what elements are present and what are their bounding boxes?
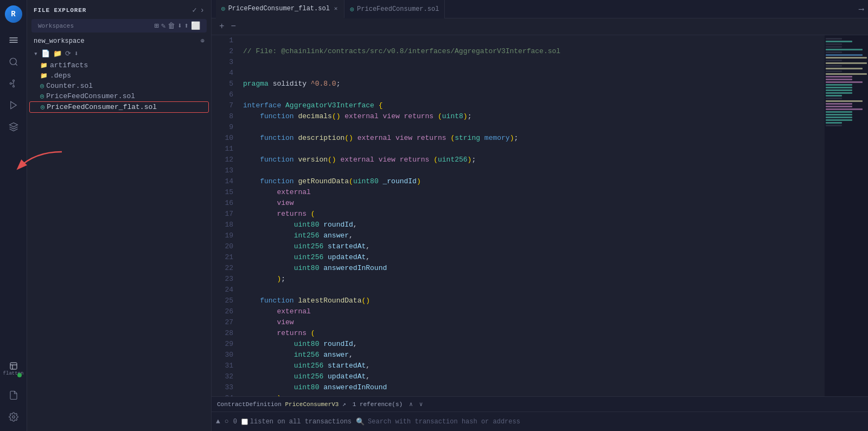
minimap-line: [826, 43, 842, 45]
ln-3: 3: [212, 57, 239, 68]
bottom-count: 0: [233, 418, 237, 426]
status-bar: ContractDefinition PriceConsumerV3 ↗ 1 r…: [212, 396, 868, 411]
ln-26: 26: [212, 306, 239, 317]
listen-checkbox[interactable]: listen on all transactions: [241, 418, 352, 426]
code-line-1: [239, 35, 825, 46]
sidebar-title: FILE EXPLORER: [34, 7, 86, 14]
svg-point-6: [12, 416, 15, 419]
workspace-row: Workspaces ⊞ ✎ 🗑 ⬇ ⬆ ⬜: [31, 19, 207, 33]
search-bar: 🔍: [356, 417, 864, 426]
folder-deps-label: .deps: [50, 72, 71, 80]
workspace-add-icon[interactable]: ⊞: [154, 21, 158, 30]
activity-search-icon[interactable]: [4, 52, 23, 72]
code-line-7: interface AggregatorV3Interface {: [239, 100, 825, 111]
status-nav-down[interactable]: ∨: [419, 401, 423, 408]
workspace-clone-icon[interactable]: ⬜: [191, 21, 200, 30]
code-line-9: [239, 122, 825, 133]
tree-collapse-icon[interactable]: ▾: [34, 49, 38, 58]
ln-22: 22: [212, 263, 239, 274]
minimap-line: [826, 122, 842, 124]
workspace-edit-icon[interactable]: ✎: [161, 21, 165, 30]
tab-flat-label: PriceFeedConsumer_flat.sol: [228, 5, 330, 12]
svg-rect-5: [10, 363, 17, 369]
code-line-3: [239, 57, 825, 68]
ln-32: 32: [212, 371, 239, 382]
minimap-line: [826, 52, 842, 53]
file-pricefeed-flat[interactable]: ◎ PriceFeedConsumer_flat.sol: [29, 101, 209, 113]
svg-point-1: [12, 80, 14, 81]
file-pricefeed-flat-label: PriceFeedConsumer_flat.sol: [47, 103, 157, 111]
minimap-line: [826, 108, 863, 110]
minimap-line: [826, 57, 867, 59]
minimap-line: [826, 125, 842, 126]
line-numbers: 1 2 3 4 5 6 7 8 9 10 11 12 13 14 15 16 1…: [212, 35, 239, 396]
file-explorer-sidebar: FILE EXPLORER ✓ › Workspaces ⊞ ✎ 🗑 ⬇ ⬆ ⬜…: [27, 0, 212, 431]
activity-deploy-icon[interactable]: [4, 117, 23, 137]
zoom-out-icon[interactable]: −: [230, 21, 238, 33]
folder-artifacts-label: artifacts: [50, 61, 88, 69]
ln-16: 16: [212, 198, 239, 209]
activity-compile-icon[interactable]: [4, 95, 23, 115]
minimap-line: [826, 95, 842, 97]
ln-19: 19: [212, 230, 239, 241]
minimap-line: [826, 81, 863, 83]
minimap-line: [826, 70, 842, 72]
code-line-5: pragma solidity ^0.8.0;: [239, 79, 825, 89]
minimap-line: [826, 89, 852, 91]
workspace-expand-icon[interactable]: ⊕: [201, 37, 205, 45]
logo-icon[interactable]: R: [4, 4, 23, 24]
activity-plugin-icon[interactable]: [4, 385, 23, 405]
code-line-4: [239, 68, 825, 79]
code-line-8: function decimals() external view return…: [239, 111, 825, 122]
file-pricefeed[interactable]: ◎ PriceFeedConsumer.sol: [29, 91, 209, 101]
minimap-line: [826, 117, 852, 118]
code-line-24: [239, 285, 825, 295]
tree-download-icon[interactable]: ⬇: [74, 49, 79, 58]
folder-artifacts[interactable]: 📁 artifacts: [29, 60, 209, 70]
code-content[interactable]: // File: @chainlink/contracts/src/v0.8/i…: [239, 35, 825, 396]
bottom-circle-icon[interactable]: ○: [225, 417, 229, 426]
sidebar-check-icon[interactable]: ✓: [192, 5, 196, 15]
folder-deps[interactable]: 📁 .deps: [29, 70, 209, 81]
ln-14: 14: [212, 176, 239, 187]
workspace-upload-icon[interactable]: ⬆: [184, 21, 189, 30]
minimap-line: [826, 103, 852, 105]
ln-8: 8: [212, 111, 239, 122]
minimap-line: [826, 49, 863, 50]
tab-pricefeed[interactable]: ◎ PriceFeedConsumer.sol: [344, 0, 445, 18]
code-line-21: uint256 updatedAt,: [239, 252, 825, 263]
status-nav-up[interactable]: ∧: [409, 401, 413, 408]
activity-git-icon[interactable]: [4, 74, 23, 93]
minimap-line: [826, 65, 842, 67]
sidebar-chevron-icon[interactable]: ›: [200, 6, 205, 15]
tree-new-folder-icon[interactable]: 📁: [53, 49, 62, 58]
svg-point-2: [12, 86, 14, 87]
tab-pricefeed-flat[interactable]: ◎ PriceFeedConsumer_flat.sol ✕: [216, 0, 344, 18]
zoom-in-icon[interactable]: +: [218, 21, 226, 33]
tab-bar-expand[interactable]: ⟶: [859, 4, 868, 14]
listen-checkbox-input[interactable]: [241, 419, 248, 425]
minimap-line: [826, 38, 842, 40]
code-line-2: // File: @chainlink/contracts/src/v0.8/i…: [239, 46, 825, 57]
sidebar-header: FILE EXPLORER ✓ ›: [27, 0, 211, 19]
bottom-up-icon[interactable]: ▲: [216, 417, 220, 426]
tree-refresh-icon[interactable]: ⟳: [65, 49, 71, 58]
ln-21: 21: [212, 252, 239, 263]
search-input[interactable]: [368, 418, 864, 426]
activity-settings-icon[interactable]: [4, 407, 23, 427]
tab-flat-icon: ◎: [221, 5, 225, 12]
ln-17: 17: [212, 209, 239, 220]
file-counter[interactable]: ◎ Counter.sol: [29, 81, 209, 91]
workspace-delete-icon[interactable]: 🗑: [168, 22, 175, 30]
editor-area: ◎ PriceFeedConsumer_flat.sol ✕ ◎ PriceFe…: [212, 0, 868, 431]
minimap-line: [826, 46, 842, 48]
tree-new-file-icon[interactable]: 📄: [41, 49, 50, 58]
activity-files-icon[interactable]: [4, 30, 23, 50]
ln-24: 24: [212, 285, 239, 295]
code-line-22: uint80 answeredInRound: [239, 263, 825, 274]
ln-5: 5: [212, 79, 239, 89]
activity-flatten-icon[interactable]: flatten: [4, 359, 23, 379]
minimap-line: [826, 87, 852, 88]
workspace-download-icon[interactable]: ⬇: [177, 21, 182, 30]
tab-flat-close[interactable]: ✕: [333, 4, 339, 12]
